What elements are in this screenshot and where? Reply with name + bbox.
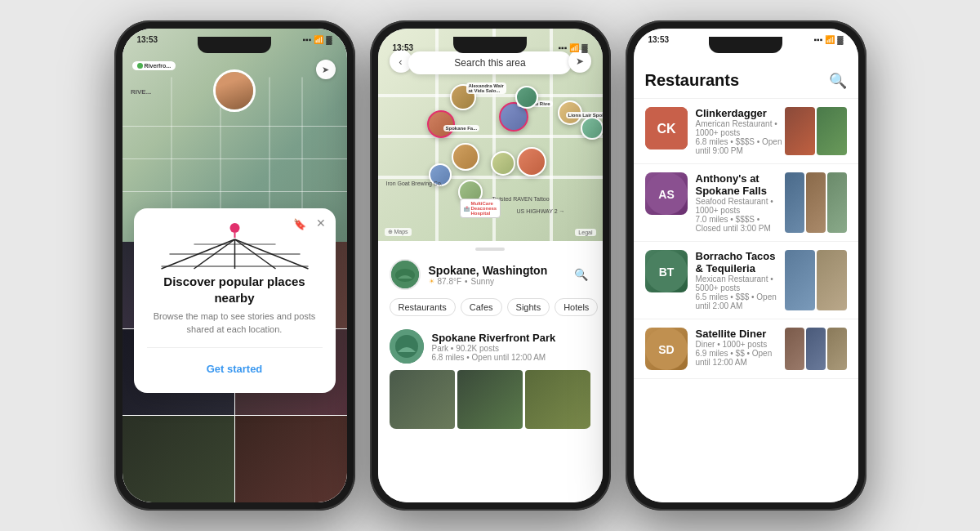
rest-photo-4a <box>785 328 804 370</box>
photo-cell-6 <box>235 416 347 502</box>
bubble-mid-3[interactable] <box>517 147 546 176</box>
restaurant-avatar-3: BT <box>645 250 688 292</box>
notch-1 <box>198 37 271 53</box>
status-icons-2: ▪▪▪ 📶 ▓ <box>559 43 588 52</box>
photo-cell-5 <box>122 416 234 502</box>
location-row: Spokane, Washington ☀ 87.8°F • Sunny 🔍 <box>378 254 603 295</box>
svg-text:RIVE...: RIVE... <box>131 88 151 96</box>
battery-icon-2: ▓ <box>581 43 587 52</box>
chip-hotels[interactable]: Hotels <box>555 298 598 316</box>
wifi-icon-2: 📶 <box>569 43 579 52</box>
rest-photo-1a <box>785 107 815 155</box>
restaurant-avatar-2: AS <box>645 172 688 215</box>
rest-details-3: 6.5 miles • $$$ • Open until 2:00 AM <box>696 292 785 310</box>
location-avatar <box>390 259 421 290</box>
map-area-2: ‹ Search this area ➤ Alexandra Wairat Vi… <box>378 29 603 241</box>
location-temp: 87.8°F <box>438 277 462 286</box>
rest-type-3: Mexican Restaurant • 5000+ posts <box>696 274 785 292</box>
svg-text:BT: BT <box>658 266 674 279</box>
nav-arrow-1[interactable]: ➤ <box>316 60 336 79</box>
rest-photo-4b <box>806 328 826 370</box>
phone-3: 13:53 ▪▪▪ 📶 ▓ Restaurants 🔍 <box>626 20 866 511</box>
svg-point-8 <box>229 223 239 233</box>
chip-cafes[interactable]: Cafes <box>461 298 502 316</box>
rest-photo-row-4a <box>785 328 847 370</box>
bubble-spokane-falls[interactable] <box>427 110 455 138</box>
restaurant-avatar-4: SD <box>645 328 688 370</box>
bubble-blue[interactable] <box>515 86 538 109</box>
signal-icon-3: ▪▪▪ <box>814 35 823 44</box>
popup-divider <box>147 347 323 348</box>
rest-photo-4c <box>827 328 847 370</box>
apple-maps-badge: ⊕ Maps <box>385 228 412 236</box>
twisted-raven-label: Twisted RAVEN Tattoo <box>492 196 550 202</box>
wifi-icon-3: 📶 <box>825 35 835 44</box>
rest-name-4: Satellite Diner <box>696 328 785 340</box>
strip-photo-1 <box>390 370 455 429</box>
rest-photo-2a <box>785 172 804 233</box>
wifi-icon: 📶 <box>314 35 323 44</box>
time-1: 13:53 <box>137 35 158 44</box>
rest-name-1: Clinkerdagger <box>696 107 785 119</box>
highway-label: US HIGHWAY 2 → <box>517 208 565 214</box>
location-weather: Sunny <box>471 277 494 286</box>
road-h-2 <box>378 135 603 138</box>
place-type: Park • 90.2K posts <box>432 344 556 353</box>
location-info: Spokane, Washington ☀ 87.8°F • Sunny <box>429 264 564 286</box>
user-avatar-1 <box>213 69 256 112</box>
rest-photos-1 <box>785 99 858 163</box>
chip-restaurants[interactable]: Restaurants <box>390 298 456 316</box>
get-started-button[interactable]: Get started <box>147 358 323 380</box>
riverfront-label: Riverfro... <box>132 61 176 70</box>
restaurant-info-4: Satellite Diner Diner • 1000+ posts 6.9 … <box>696 319 785 378</box>
rest-photo-1b <box>817 107 847 155</box>
restaurant-item-anthonys[interactable]: AS Anthony's at Spokane Falls Seafood Re… <box>634 164 858 242</box>
rest-photo-3b <box>817 250 847 310</box>
bubble-alexandra[interactable] <box>450 84 476 110</box>
popup-description: Browse the map to see stories and posts … <box>147 310 323 336</box>
restaurant-item-satellite[interactable]: SD Satellite Diner Diner • 1000+ posts 6… <box>634 319 858 379</box>
battery-icon-3: ▓ <box>837 35 843 44</box>
rest-photos-4 <box>785 319 858 378</box>
place-header: Spokane Riverfront Park Park • 90.2K pos… <box>390 329 591 364</box>
bubble-right-1[interactable] <box>558 100 582 125</box>
rest-photos-3 <box>785 242 858 319</box>
rest-details-4: 6.9 miles • $$ • Open until 12:00 AM <box>696 349 785 367</box>
discover-popup: ✕ 🔖 Discove <box>134 208 336 393</box>
svg-text:CK: CK <box>657 122 676 136</box>
search-icon-p3[interactable]: 🔍 <box>829 72 847 90</box>
place-card: Spokane Riverfront Park Park • 90.2K pos… <box>378 323 603 435</box>
signal-icon: ▪▪▪ <box>303 35 312 44</box>
phone-1: 13:53 ▪▪▪ 📶 ▓ RIVE... <box>114 20 355 511</box>
svg-point-21 <box>395 335 418 358</box>
bookmark-icon[interactable]: 🔖 <box>293 218 306 230</box>
restaurant-info-2: Anthony's at Spokane Falls Seafood Resta… <box>696 164 785 241</box>
status-icons-3: ▪▪▪ 📶 ▓ <box>814 35 844 44</box>
rest-name-3: Borracho Tacos & Tequileria <box>696 250 785 274</box>
rest-photo-row-3a <box>785 250 847 310</box>
restaurant-item-clinkerdagger[interactable]: CK Clinkerdagger American Restaurant • 1… <box>634 99 858 164</box>
time-2: 13:53 <box>393 43 414 52</box>
bubble-mid-1[interactable] <box>452 143 479 171</box>
bubble-right-2[interactable] <box>581 117 603 140</box>
notch-2 <box>453 37 527 53</box>
rest-type-4: Diner • 1000+ posts <box>696 340 785 349</box>
restaurant-item-borracho[interactable]: BT Borracho Tacos & Tequileria Mexican R… <box>634 242 858 319</box>
popup-close-button[interactable]: ✕ <box>316 216 326 230</box>
svg-text:SD: SD <box>658 343 674 356</box>
restaurant-avatar-1: CK <box>645 107 688 149</box>
rest-name-2: Anthony's at Spokane Falls <box>696 172 785 197</box>
signal-icon-2: ▪▪▪ <box>559 43 568 52</box>
rest-photo-row-2a <box>785 172 847 233</box>
rest-type-2: Seafood Restaurant • 1000+ posts <box>696 197 785 215</box>
place-avatar <box>390 329 424 364</box>
chip-sights[interactable]: Sights <box>507 298 550 316</box>
strip-photo-3 <box>525 370 590 429</box>
rest-details-2: 7.0 miles • $$$S • Closed until 3:00 PM <box>696 215 785 233</box>
search-icon-p2[interactable]: 🔍 <box>572 265 591 284</box>
bubble-mid-2[interactable] <box>491 151 515 176</box>
rest-details-1: 6.8 miles • $$$S • Open until 9:00 PM <box>696 137 785 155</box>
avatar-inner-1 <box>216 72 253 109</box>
notch-3 <box>709 37 782 53</box>
rest-photo-2c <box>827 172 847 233</box>
